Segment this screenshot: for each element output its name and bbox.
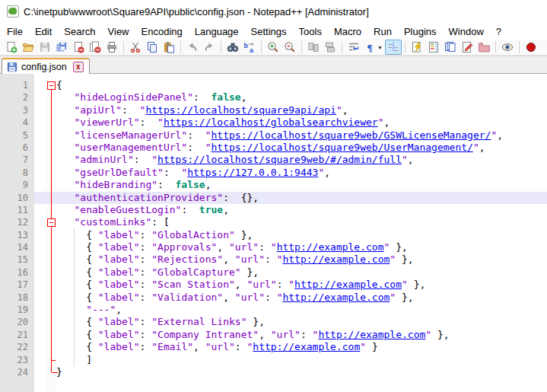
zoom-out-icon[interactable] xyxy=(281,40,298,55)
code-line-23[interactable]: 23 ] xyxy=(0,354,547,366)
line-number: 19 xyxy=(0,304,28,316)
code-line-2[interactable]: 2 "hideLoginSidePanel": false, xyxy=(0,91,547,104)
code-line-8[interactable]: 8 "gseUrlDefault": "https://127.0.0.1:94… xyxy=(0,167,547,179)
code-text: { "label": "Rejections", "url": "http://… xyxy=(56,253,414,266)
code-line-22[interactable]: 22 { "label": "Email", "url": "http://ex… xyxy=(0,341,547,353)
code-text: { "label": "Company Intranet", "url": "h… xyxy=(56,329,450,341)
code-text: "adminUrl": "https://localhost/square9we… xyxy=(56,154,414,166)
code-text: { "label": "GlobalAction" }, xyxy=(56,229,253,241)
menu-item-plugins[interactable]: Plugins xyxy=(398,24,443,40)
menu-item-tools[interactable]: Tools xyxy=(293,24,328,40)
document-map-icon[interactable] xyxy=(425,40,442,55)
fold-end-tick xyxy=(52,360,56,361)
edit-marker-icon[interactable] xyxy=(459,40,475,55)
find-icon[interactable] xyxy=(224,40,241,55)
fold-end-tick xyxy=(52,372,58,373)
record-macro-icon[interactable] xyxy=(523,40,539,55)
menu-item-run[interactable]: Run xyxy=(367,24,398,40)
code-line-18[interactable]: 18 { "label": "Validation", "url": "http… xyxy=(0,292,547,304)
copy-icon[interactable] xyxy=(144,40,161,55)
code-text: "hideLoginSidePanel": false, xyxy=(56,91,246,104)
undo-icon[interactable] xyxy=(184,40,201,55)
line-number: 7 xyxy=(0,154,28,166)
document-list-icon[interactable] xyxy=(442,40,459,55)
code-line-21[interactable]: 21 { "label": "Company Intranet", "url":… xyxy=(0,329,547,341)
menu-item-help[interactable]: ? xyxy=(490,24,507,40)
code-line-15[interactable]: 15 { "label": "Rejections", "url": "http… xyxy=(0,253,547,266)
code-line-3[interactable]: 3 "apiUrl": "https://localhost/square9ap… xyxy=(0,104,547,116)
code-text: "apiUrl": "https://localhost/square9api/… xyxy=(56,104,348,116)
fold-collapse-icon[interactable] xyxy=(47,81,56,90)
window-title: C:\inetpub\wwwroot\Square9API\public\con… xyxy=(24,6,369,18)
save-icon[interactable] xyxy=(37,40,53,55)
code-text: "hideBranding": false, xyxy=(56,179,211,191)
code-line-14[interactable]: 14 { "label": "Approvals", "url": "http:… xyxy=(0,241,547,253)
code-line-6[interactable]: 6 "userManagementUrl": "https://localhos… xyxy=(0,142,547,154)
menu-item-file[interactable]: File xyxy=(1,24,29,40)
line-number: 1 xyxy=(0,79,28,91)
close-icon[interactable] xyxy=(70,40,87,55)
menu-item-settings[interactable]: Settings xyxy=(245,24,293,40)
code-editor[interactable]: 1{2 "hideLoginSidePanel": false,3 "apiUr… xyxy=(0,74,547,392)
sync-horizontal-icon[interactable] xyxy=(322,40,339,55)
line-number: 11 xyxy=(0,204,28,216)
menu-item-language[interactable]: Language xyxy=(189,24,245,40)
replace-icon[interactable]: ba xyxy=(241,40,258,55)
zoom-in-icon[interactable] xyxy=(265,40,281,55)
folder-as-workspace-icon[interactable] xyxy=(475,40,492,55)
line-number: 3 xyxy=(0,104,28,116)
paste-icon[interactable] xyxy=(161,40,177,55)
toolbar-separator xyxy=(180,41,181,53)
tab-bar: config.json x xyxy=(0,56,547,74)
code-text: { "label": "External Links" }, xyxy=(56,316,265,328)
open-file-icon[interactable] xyxy=(20,40,37,55)
menu-item-search[interactable]: Search xyxy=(58,24,101,40)
indent-guide-icon[interactable] xyxy=(385,40,402,55)
tab-close-icon[interactable]: x xyxy=(73,62,84,72)
redo-icon[interactable] xyxy=(201,40,218,55)
sync-vertical-icon[interactable] xyxy=(305,40,322,55)
print-icon[interactable] xyxy=(103,40,120,55)
menu-item-macro[interactable]: Macro xyxy=(328,24,367,40)
menu-item-edit[interactable]: Edit xyxy=(29,24,58,40)
code-line-7[interactable]: 7 "adminUrl": "https://localhost/square9… xyxy=(0,154,547,166)
cut-icon[interactable] xyxy=(127,40,144,55)
code-text: { "label": "Approvals", "url": "http://e… xyxy=(56,241,408,253)
toolbar-separator xyxy=(405,41,405,53)
code-text: "viewerUrl": "https://localhost/globalse… xyxy=(56,116,390,129)
code-line-9[interactable]: 9 "hideBranding": false, xyxy=(0,179,547,191)
code-text: "customLinks": [ xyxy=(56,216,170,228)
menu-item-view[interactable]: View xyxy=(102,24,135,40)
code-line-11[interactable]: 11 "enableGuestLogin": true, xyxy=(0,204,547,216)
dropdown-arrow-icon[interactable]: ▼ xyxy=(377,45,383,50)
code-line-4[interactable]: 4 "viewerUrl": "https://localhost/global… xyxy=(0,116,547,129)
line-number: 6 xyxy=(0,142,28,154)
show-all-characters-icon[interactable]: ¶▼ xyxy=(362,40,385,55)
code-line-5[interactable]: 5 "licenseManagerUrl": "https://localhos… xyxy=(0,129,547,142)
code-text: "licenseManagerUrl": "https://localhost/… xyxy=(56,129,503,142)
code-line-17[interactable]: 17 { "label": "Scan Station", "url": "ht… xyxy=(0,279,547,291)
code-lines: 1{2 "hideLoginSidePanel": false,3 "apiUr… xyxy=(0,79,547,378)
code-line-24[interactable]: 24} xyxy=(0,366,547,378)
new-file-icon[interactable] xyxy=(3,40,20,55)
tab-config-json[interactable]: config.json x xyxy=(2,58,90,75)
menu-item-window[interactable]: Window xyxy=(443,24,490,40)
word-wrap-icon[interactable] xyxy=(345,40,362,55)
menu-item-encoding[interactable]: Encoding xyxy=(135,24,189,40)
saved-floppy-icon xyxy=(7,62,17,72)
function-list-icon[interactable] xyxy=(409,40,425,55)
save-all-icon[interactable] xyxy=(53,40,70,55)
code-line-13[interactable]: 13 { "label": "GlobalAction" }, xyxy=(0,229,547,241)
code-line-19[interactable]: 19 "---", xyxy=(0,304,547,316)
code-line-12[interactable]: 12 "customLinks": [ xyxy=(0,216,547,228)
line-number: 17 xyxy=(0,279,28,291)
monitoring-eye-icon[interactable] xyxy=(499,40,516,55)
code-line-16[interactable]: 16 { "label": "GlobalCapture" }, xyxy=(0,266,547,279)
notepad-plus-plus-app-icon xyxy=(7,5,19,18)
fold-collapse-icon[interactable] xyxy=(47,218,56,227)
code-line-10[interactable]: 10 "authenticationProviders": {}, xyxy=(0,192,547,204)
code-text: { "label": "GlobalCapture" }, xyxy=(56,266,259,279)
code-line-1[interactable]: 1{ xyxy=(0,79,547,91)
code-line-20[interactable]: 20 { "label": "External Links" }, xyxy=(0,316,547,328)
close-all-icon[interactable] xyxy=(87,40,103,55)
